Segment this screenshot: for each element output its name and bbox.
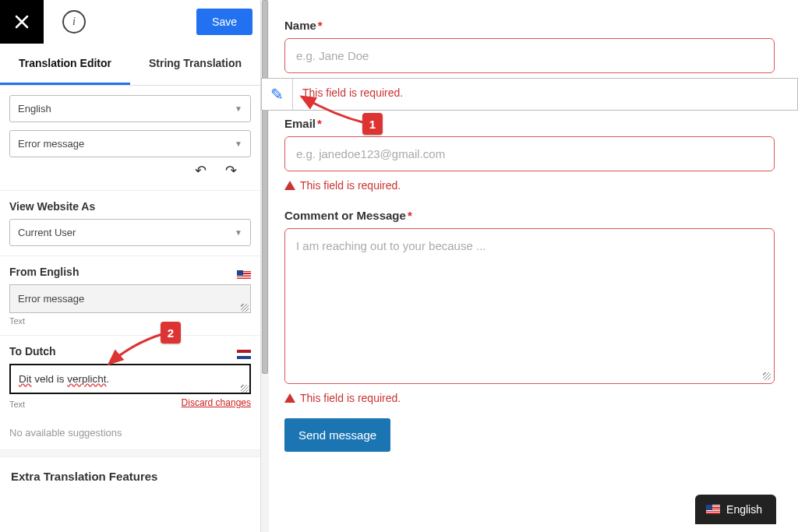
main-preview: Name* e.g. Jane Doe ✎ This field is requ… xyxy=(261,0,798,532)
flag-us-icon xyxy=(237,270,251,280)
chevron-down-icon: ▼ xyxy=(235,104,242,113)
flag-us-icon xyxy=(706,505,720,514)
chevron-down-icon: ▼ xyxy=(235,139,242,148)
edit-string-button[interactable]: ✎ xyxy=(262,79,293,110)
warning-icon xyxy=(284,393,295,403)
name-input[interactable]: e.g. Jane Doe xyxy=(284,38,775,73)
resize-handle[interactable] xyxy=(763,372,771,380)
message-error: This field is required. xyxy=(300,392,401,404)
save-button[interactable]: Save xyxy=(196,9,252,35)
from-value-field: Error message xyxy=(9,284,251,313)
sidebar-topbar: i Save xyxy=(0,0,260,44)
tab-string-translation[interactable]: String Translation xyxy=(130,44,260,85)
language-select-value: English xyxy=(18,103,51,115)
email-label: Email xyxy=(284,117,316,130)
discard-changes-link[interactable]: Discard changes xyxy=(182,397,251,408)
translation-hover-box: ✎ This field is required. xyxy=(261,78,798,111)
field-select-value: Error message xyxy=(18,138,84,150)
to-title: To Dutch xyxy=(9,345,56,364)
no-suggestions: No available suggestions xyxy=(9,424,251,440)
view-as-select[interactable]: Current User ▼ xyxy=(9,219,251,246)
name-label: Name xyxy=(284,19,316,32)
annotation-marker-1: 1 xyxy=(362,113,383,135)
annotation-marker-2: 2 xyxy=(161,322,181,344)
to-type: Text xyxy=(9,400,25,409)
close-button[interactable] xyxy=(0,0,44,44)
send-message-button[interactable]: Send message xyxy=(284,418,390,452)
required-asterisk: * xyxy=(408,209,412,222)
language-select[interactable]: English ▼ xyxy=(9,95,251,122)
required-asterisk: * xyxy=(318,19,323,32)
message-input[interactable]: I am reaching out to your because ... xyxy=(284,228,775,384)
extra-features-title: Extra Translation Features xyxy=(0,457,260,495)
message-label: Comment or Message xyxy=(284,209,406,222)
resize-handle[interactable] xyxy=(241,385,249,393)
field-select[interactable]: Error message ▼ xyxy=(9,130,251,157)
view-as-title: View Website As xyxy=(9,200,251,219)
redo-button[interactable]: ↷ xyxy=(225,162,237,179)
pencil-icon: ✎ xyxy=(270,85,284,104)
tab-translation-editor[interactable]: Translation Editor xyxy=(0,44,130,85)
required-asterisk: * xyxy=(317,117,322,130)
hover-error-text: This field is required. xyxy=(293,79,797,110)
email-error: This field is required. xyxy=(300,179,401,192)
undo-button[interactable]: ↶ xyxy=(195,162,207,179)
language-switcher-label: English xyxy=(726,503,762,516)
from-title: From English xyxy=(9,266,79,284)
info-button[interactable]: i xyxy=(62,10,86,33)
sidebar: i Save Translation Editor String Transla… xyxy=(0,0,261,532)
view-as-value: Current User xyxy=(18,227,76,238)
warning-icon xyxy=(284,181,295,190)
flag-nl-icon xyxy=(237,350,251,359)
tabs: Translation Editor String Translation xyxy=(0,44,260,86)
resize-handle[interactable] xyxy=(241,304,249,312)
language-switcher[interactable]: English xyxy=(695,495,776,524)
from-type: Text xyxy=(9,316,251,326)
chevron-down-icon: ▼ xyxy=(235,228,242,237)
translation-input[interactable]: Dit veld is verplicht. xyxy=(9,364,251,394)
email-input[interactable]: e.g. janedoe123@gmail.com xyxy=(284,136,775,171)
